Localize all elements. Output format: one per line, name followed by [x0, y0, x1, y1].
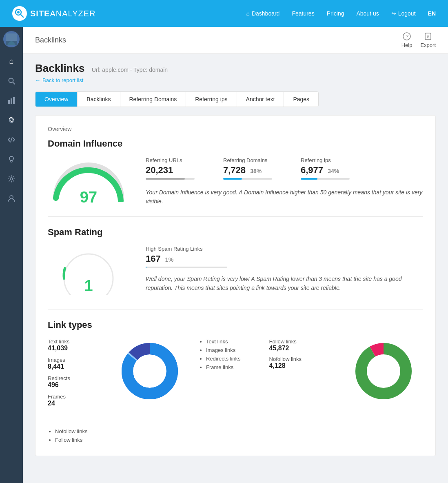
sidebar: ⌂	[0, 27, 23, 464]
nofollow-links-stat: Nofollow links 4,128	[269, 356, 335, 369]
legend-redirects-links: Redirects links	[206, 356, 241, 362]
legend-text-links: Text links	[206, 338, 241, 345]
legend-frame-links: Frame links	[206, 364, 241, 370]
language-selector[interactable]: EN	[428, 10, 436, 17]
divider	[48, 216, 423, 217]
sidebar-chart[interactable]	[3, 92, 20, 109]
sidebar-bulb[interactable]	[3, 151, 20, 167]
tab-overview[interactable]: Overview	[35, 92, 78, 107]
images-stat: Images 8,441	[48, 357, 101, 370]
report-title: Backlinks Url: apple.com - Type: domain	[35, 62, 436, 75]
redirects-label: Redirects	[48, 375, 101, 381]
right-legend: Nofollow links Follow links	[48, 428, 87, 445]
sidebar-code[interactable]	[3, 131, 20, 148]
images-value: 8,441	[48, 363, 101, 370]
tab-anchor-text[interactable]: Anchor text	[237, 92, 284, 107]
svg-point-5	[9, 78, 13, 83]
nofollow-value: 4,128	[269, 362, 335, 369]
frames-stat: Frames 24	[48, 394, 101, 407]
spam-bar	[146, 267, 227, 268]
tab-pages[interactable]: Pages	[284, 92, 318, 107]
help-button[interactable]: ? Help	[401, 32, 413, 48]
export-button[interactable]: Export	[420, 32, 436, 48]
legend-nofollow: Nofollow links	[55, 428, 87, 434]
domain-score: 97	[48, 189, 129, 206]
stat-referring-ips: Referring ips 6,977 34%	[301, 157, 358, 180]
header-actions: ? Help Export	[401, 32, 436, 48]
stat-bar-ips	[301, 178, 350, 180]
sidebar-home[interactable]: ⌂	[3, 53, 20, 69]
report-subtitle: Url: apple.com - Type: domain	[92, 67, 168, 73]
svg-point-29	[368, 356, 399, 387]
tab-referring-domains[interactable]: Referring Domains	[120, 92, 186, 107]
page-header: Backlinks ? Help Export	[23, 27, 448, 54]
export-label: Export	[420, 42, 436, 48]
nav-logout[interactable]: ↪ Logout	[391, 10, 416, 17]
nav-features[interactable]: Features	[292, 10, 314, 17]
text-links-stat: Text links 41,039	[48, 338, 101, 352]
redirects-value: 496	[48, 381, 101, 389]
svg-point-11	[9, 156, 13, 160]
stat-referring-domains: Referring Domains 7,728 38%	[223, 157, 280, 180]
images-label: Images	[48, 357, 101, 363]
svg-rect-12	[11, 160, 12, 162]
domain-gauge: 97	[48, 157, 129, 206]
sidebar-links[interactable]	[3, 112, 20, 128]
right-legend-list: Nofollow links Follow links	[48, 428, 87, 443]
spam-score: 1	[48, 277, 129, 295]
link-types-left-stats: Text links 41,039 Images 8,441 Redirects…	[48, 338, 101, 412]
tabs-container: Overview Backlinks Referring Domains Ref…	[35, 91, 319, 107]
legend-follow: Follow links	[55, 437, 87, 443]
redirects-stat: Redirects 496	[48, 375, 101, 389]
sidebar-settings[interactable]	[3, 171, 20, 187]
domain-influence-content: 97 Referring URLs 20,231	[48, 157, 423, 206]
nav-links: ⌂ Dashboard Features Pricing About us ↪ …	[246, 10, 436, 17]
right-donut-chart	[351, 338, 416, 404]
spam-stats: High Spam Rating Links 167 1% Well done,…	[146, 246, 423, 293]
divider2	[48, 309, 423, 309]
stat-pct-ips: 34%	[328, 168, 339, 174]
follow-stats: Follow links 45,872 Nofollow links 4,128	[269, 338, 335, 374]
sidebar-search[interactable]	[3, 73, 20, 89]
follow-links-stat: Follow links 45,872	[269, 338, 335, 352]
svg-point-13	[10, 178, 13, 180]
text-links-value: 41,039	[48, 345, 101, 352]
overview-section: Overview Domain Influence 97	[35, 115, 436, 456]
domain-influence-title: Domain Influence	[48, 138, 423, 149]
svg-text:?: ?	[406, 33, 408, 40]
nav-about[interactable]: About us	[356, 10, 379, 17]
spam-pct: 1%	[165, 256, 173, 263]
svg-rect-8	[11, 98, 12, 104]
svg-rect-3	[6, 33, 17, 42]
nav-dashboard[interactable]: ⌂ Dashboard	[246, 10, 279, 17]
stat-label-domains: Referring Domains	[223, 157, 280, 163]
tab-referring-ips[interactable]: Referring ips	[186, 92, 237, 107]
spam-stat-value: 167 1%	[146, 254, 423, 264]
text-links-label: Text links	[48, 338, 101, 345]
stat-bar-domains	[223, 178, 272, 180]
avatar	[3, 31, 20, 47]
stat-bar-urls	[146, 178, 195, 180]
logout-icon: ↪	[391, 10, 396, 17]
svg-line-10	[11, 137, 12, 142]
logo-icon	[12, 6, 27, 21]
spam-rating-content: 1 High Spam Rating Links 167 1% Well don…	[48, 246, 423, 299]
dashboard-icon: ⌂	[246, 10, 249, 17]
stat-pct-domains: 38%	[250, 168, 262, 174]
left-legend: Text links Images links Redirects links …	[199, 338, 241, 373]
link-types-title: Link types	[48, 320, 423, 330]
back-to-report[interactable]: ← Back to report list	[35, 77, 436, 83]
link-types-content: Text links 41,039 Images 8,441 Redirects…	[48, 338, 423, 445]
spam-stat-label: High Spam Rating Links	[146, 246, 423, 252]
logo[interactable]: SITEANALYZER	[12, 6, 96, 21]
stat-value-domains: 7,728 38%	[223, 165, 280, 176]
svg-line-6	[13, 82, 15, 85]
sidebar-user[interactable]	[3, 190, 20, 207]
domain-stats: Referring URLs 20,231 Referring Domains	[146, 157, 423, 180]
svg-line-2	[20, 14, 23, 17]
frames-label: Frames	[48, 394, 101, 400]
page-title: Backlinks	[35, 36, 66, 45]
nofollow-label: Nofollow links	[269, 356, 335, 362]
nav-pricing[interactable]: Pricing	[327, 10, 344, 17]
tab-backlinks[interactable]: Backlinks	[78, 92, 120, 107]
